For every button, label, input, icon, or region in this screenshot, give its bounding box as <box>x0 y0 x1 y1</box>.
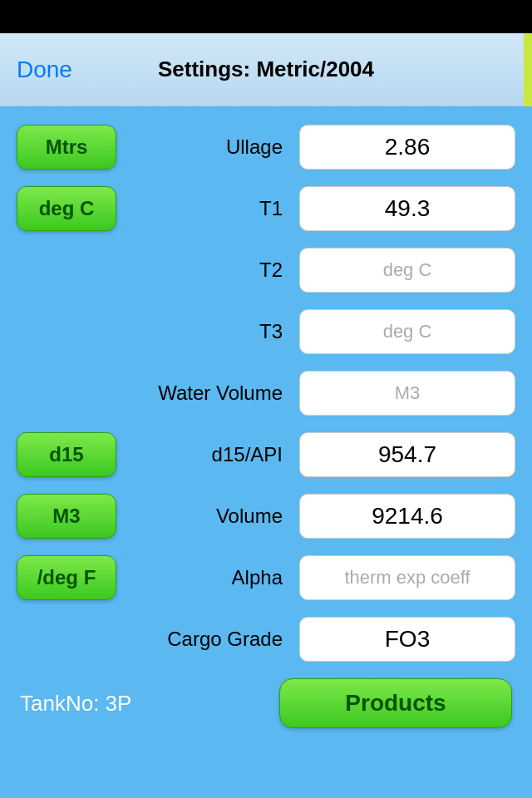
unit-button-1[interactable]: deg C <box>17 186 116 231</box>
field-label-1: T1 <box>125 197 291 220</box>
nav-accent <box>524 33 532 106</box>
unit-button-7[interactable]: /deg F <box>17 555 116 600</box>
tank-no-label: TankNo: 3P <box>20 691 131 717</box>
field-row: M3Volume9214.6 <box>17 490 515 542</box>
field-label-5: d15/API <box>125 443 291 466</box>
field-value-2[interactable]: deg C <box>299 248 515 293</box>
field-row: Water VolumeM3 <box>17 367 515 419</box>
field-value-0[interactable]: 2.86 <box>299 125 515 170</box>
field-row: d15d15/API954.7 <box>17 429 515 480</box>
unit-button-5[interactable]: d15 <box>17 432 116 477</box>
field-value-5[interactable]: 954.7 <box>299 432 515 477</box>
field-value-6[interactable]: 9214.6 <box>299 494 515 539</box>
field-value-7[interactable]: therm exp coeff <box>299 555 515 600</box>
field-value-3[interactable]: deg C <box>299 309 515 354</box>
field-label-8: Cargo Grade <box>125 628 291 651</box>
nav-bar: Done Settings: Metric/2004 <box>0 33 532 106</box>
unit-button-6[interactable]: M3 <box>17 494 116 539</box>
field-label-4: Water Volume <box>125 382 291 405</box>
main-content: MtrsUllage2.86deg CT149.3T2deg CT3deg CW… <box>0 106 532 798</box>
products-button[interactable]: Products <box>279 678 512 728</box>
field-row: MtrsUllage2.86 <box>17 121 515 173</box>
field-row: /deg FAlphatherm exp coeff <box>17 552 515 603</box>
field-label-6: Volume <box>125 505 291 528</box>
field-label-3: T3 <box>125 320 291 343</box>
field-value-1[interactable]: 49.3 <box>299 186 515 231</box>
nav-title: Settings: Metric/2004 <box>158 57 374 82</box>
field-value-4[interactable]: M3 <box>299 371 515 416</box>
field-label-7: Alpha <box>125 566 291 589</box>
status-bar <box>0 0 532 33</box>
field-row: deg CT149.3 <box>17 183 515 234</box>
field-row: T3deg C <box>17 306 515 357</box>
bottom-bar: TankNo: 3PProducts <box>17 678 515 728</box>
unit-button-0[interactable]: Mtrs <box>17 125 116 170</box>
field-value-8[interactable]: FO3 <box>299 617 515 662</box>
field-label-2: T2 <box>125 259 291 282</box>
field-label-0: Ullage <box>125 135 291 159</box>
done-button[interactable]: Done <box>17 57 72 83</box>
field-row: Cargo GradeFO3 <box>17 613 515 665</box>
field-row: T2deg C <box>17 244 515 296</box>
